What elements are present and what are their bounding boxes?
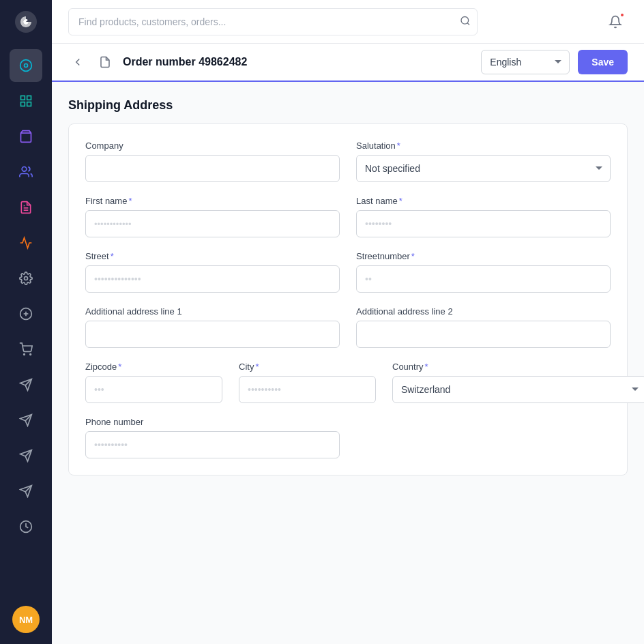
svg-line-19 bbox=[467, 23, 469, 25]
company-label: Company bbox=[85, 141, 340, 151]
sidebar-item-shop[interactable] bbox=[10, 85, 42, 117]
svg-point-15 bbox=[24, 354, 25, 355]
firstname-input[interactable] bbox=[85, 210, 340, 237]
sidebar-item-launch3[interactable] bbox=[10, 439, 42, 472]
street-input[interactable] bbox=[85, 265, 340, 293]
sidebar-item-customers[interactable] bbox=[10, 156, 42, 188]
phone-label: Phone number bbox=[85, 417, 340, 427]
lastname-input[interactable] bbox=[356, 210, 611, 237]
sidebar-item-history[interactable] bbox=[10, 510, 42, 543]
form-row-zip-city-country: Zipcode* City* Country* Switzerland bbox=[85, 362, 611, 403]
language-select[interactable]: English German French Italian bbox=[481, 50, 570, 74]
notification-button[interactable] bbox=[603, 10, 628, 34]
svg-rect-5 bbox=[21, 102, 25, 106]
save-button[interactable]: Save bbox=[578, 50, 628, 74]
country-required-star: * bbox=[425, 362, 428, 372]
sidebar-item-launch4[interactable] bbox=[10, 475, 42, 508]
svg-point-18 bbox=[461, 16, 469, 24]
form-row-street: Street* Streetnumber* bbox=[85, 251, 611, 293]
shipping-address-form: Company Salutation* Not specified Mr. Mr… bbox=[68, 123, 628, 475]
street-label: Street* bbox=[85, 251, 340, 261]
streetnumber-input[interactable] bbox=[356, 265, 611, 293]
additional1-input[interactable] bbox=[85, 321, 340, 348]
firstname-required-star: * bbox=[128, 196, 132, 206]
sidebar-navigation bbox=[0, 44, 52, 606]
page-content: Shipping Address Company Salutation* Not… bbox=[52, 82, 644, 644]
additional1-label: Additional address line 1 bbox=[85, 306, 340, 317]
topbar bbox=[52, 0, 644, 44]
header-actions: English German French Italian Save bbox=[481, 50, 628, 74]
svg-rect-3 bbox=[21, 96, 25, 100]
sidebar-item-launch1[interactable] bbox=[10, 368, 42, 401]
sidebar-item-settings[interactable] bbox=[10, 262, 42, 295]
search-button[interactable] bbox=[460, 15, 471, 28]
lastname-required-star: * bbox=[399, 196, 402, 206]
zipcode-label: Zipcode* bbox=[85, 362, 222, 372]
additional2-input[interactable] bbox=[356, 321, 611, 348]
sidebar-item-cart[interactable] bbox=[10, 333, 42, 366]
form-group-streetnumber: Streetnumber* bbox=[356, 251, 611, 293]
street-required-star: * bbox=[111, 251, 114, 261]
sidebar-item-reports[interactable] bbox=[10, 191, 42, 224]
city-input[interactable] bbox=[239, 376, 376, 403]
main-content: Order number 49862482 English German Fre… bbox=[52, 0, 644, 644]
firstname-label: First name* bbox=[85, 196, 340, 206]
svg-point-2 bbox=[25, 64, 28, 68]
sidebar-item-orders[interactable] bbox=[10, 120, 42, 153]
form-group-city: City* bbox=[239, 362, 376, 403]
user-avatar[interactable]: NM bbox=[12, 606, 40, 633]
app-logo[interactable] bbox=[0, 0, 52, 44]
form-group-salutation: Salutation* Not specified Mr. Mrs. Ms. D… bbox=[356, 141, 611, 182]
lastname-label: Last name* bbox=[356, 196, 611, 206]
phone-input[interactable] bbox=[85, 431, 340, 458]
topbar-right bbox=[603, 10, 628, 34]
salutation-select[interactable]: Not specified Mr. Mrs. Ms. Dr. bbox=[356, 155, 611, 182]
form-group-country: Country* Switzerland Germany Austria Fra… bbox=[392, 362, 644, 403]
sidebar: NM bbox=[0, 0, 52, 644]
sidebar-item-launch2[interactable] bbox=[10, 404, 42, 437]
svg-rect-4 bbox=[27, 96, 31, 100]
content-header: Order number 49862482 English German Fre… bbox=[52, 44, 644, 82]
svg-point-16 bbox=[30, 354, 31, 355]
city-required-star: * bbox=[255, 362, 259, 372]
streetnumber-label: Streetnumber* bbox=[356, 251, 611, 261]
svg-point-1 bbox=[20, 60, 32, 72]
form-row-company-salutation: Company Salutation* Not specified Mr. Mr… bbox=[85, 141, 611, 182]
section-title: Shipping Address bbox=[68, 98, 628, 113]
form-group-firstname: First name* bbox=[85, 196, 340, 237]
svg-point-11 bbox=[25, 277, 28, 280]
document-icon-button[interactable] bbox=[96, 53, 115, 72]
streetnumber-required-star: * bbox=[411, 251, 415, 261]
form-group-zipcode: Zipcode* bbox=[85, 362, 222, 403]
notification-badge bbox=[619, 12, 625, 18]
svg-rect-6 bbox=[27, 102, 31, 106]
company-input[interactable] bbox=[85, 155, 340, 182]
sidebar-item-dashboard[interactable] bbox=[10, 49, 42, 82]
sidebar-item-add[interactable] bbox=[10, 297, 42, 330]
form-group-phone: Phone number bbox=[85, 417, 340, 458]
form-row-names: First name* Last name* bbox=[85, 196, 611, 237]
form-row-phone: Phone number bbox=[85, 417, 611, 458]
salutation-required-star: * bbox=[397, 141, 400, 151]
salutation-label: Salutation* bbox=[356, 141, 611, 151]
svg-point-8 bbox=[22, 167, 27, 172]
form-group-additional2: Additional address line 2 bbox=[356, 306, 611, 348]
form-group-additional1: Additional address line 1 bbox=[85, 306, 340, 348]
country-label: Country* bbox=[392, 362, 644, 372]
page-title: Order number 49862482 bbox=[123, 56, 247, 68]
search-input[interactable] bbox=[68, 8, 478, 35]
search-container bbox=[68, 8, 478, 35]
additional2-label: Additional address line 2 bbox=[356, 306, 611, 317]
country-select[interactable]: Switzerland Germany Austria France Italy bbox=[392, 376, 644, 403]
back-button[interactable] bbox=[68, 53, 87, 72]
sidebar-item-marketing[interactable] bbox=[10, 226, 42, 259]
zipcode-input[interactable] bbox=[85, 376, 222, 403]
zipcode-required-star: * bbox=[118, 362, 121, 372]
form-row-additional: Additional address line 1 Additional add… bbox=[85, 306, 611, 348]
form-group-company: Company bbox=[85, 141, 340, 182]
form-group-lastname: Last name* bbox=[356, 196, 611, 237]
form-group-street: Street* bbox=[85, 251, 340, 293]
city-label: City* bbox=[239, 362, 376, 372]
